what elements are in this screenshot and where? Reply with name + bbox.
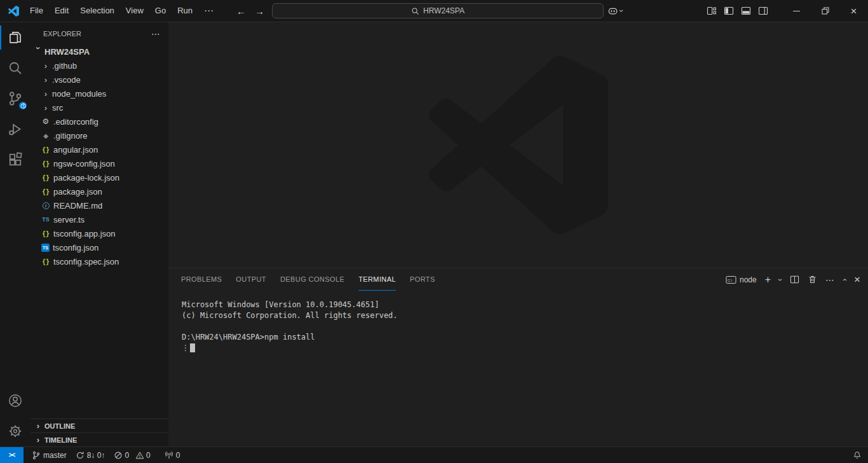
- copilot-button[interactable]: ›: [607, 0, 623, 22]
- tab-problems[interactable]: PROBLEMS: [181, 268, 222, 291]
- terminal-line: D:\HRW24\HRW24SPA>npm install: [182, 332, 868, 343]
- explorer-view-icon[interactable]: [0, 22, 31, 53]
- menu-selection[interactable]: Selection: [74, 0, 119, 22]
- menu-go[interactable]: Go: [149, 0, 172, 22]
- restore-button[interactable]: [811, 0, 839, 22]
- search-value: HRW24SPA: [423, 6, 465, 15]
- search-view-icon[interactable]: [0, 53, 31, 83]
- search-icon: [411, 7, 419, 15]
- diamond-file-icon: ◆: [41, 132, 51, 139]
- problems-item[interactable]: 0 0: [109, 447, 154, 463]
- menu-view[interactable]: View: [120, 0, 149, 22]
- section-label: OUTLINE: [44, 422, 75, 430]
- menu-file[interactable]: File: [24, 0, 49, 22]
- editor-area: [168, 22, 868, 268]
- tree-item-editorconfig[interactable]: ⚙.editorconfig: [31, 114, 168, 128]
- workbench: EXPLORER ⋯ › HRW24SPA ›.github›.vscode›n…: [0, 22, 868, 446]
- tree-item-src[interactable]: ›src: [31, 100, 168, 114]
- terminal-dropdown-icon[interactable]: ›: [776, 279, 785, 281]
- new-terminal-icon[interactable]: +: [765, 275, 771, 284]
- minimize-button[interactable]: [782, 0, 811, 22]
- file-label: .vscode: [52, 75, 81, 85]
- tree-root-folder[interactable]: › HRW24SPA: [31, 45, 168, 59]
- file-label: ngsw-config.json: [53, 159, 115, 169]
- tab-debug-console[interactable]: DEBUG CONSOLE: [280, 268, 344, 291]
- json-file-icon: {}: [41, 146, 51, 153]
- maximize-panel-icon[interactable]: ›: [840, 279, 849, 281]
- go-forward-icon[interactable]: →: [255, 6, 264, 17]
- file-label: package-lock.json: [53, 173, 119, 183]
- file-label: .github: [52, 61, 77, 71]
- run-debug-view-icon[interactable]: [0, 114, 31, 144]
- terminal-cursor: [190, 343, 195, 352]
- json-file-icon: {}: [41, 160, 51, 167]
- tree-item-tsconfig-spec-json[interactable]: {}tsconfig.spec.json: [31, 254, 168, 268]
- editor-stage: PROBLEMSOUTPUTDEBUG CONSOLETERMINALPORTS…: [168, 22, 868, 446]
- tree-item-server-ts[interactable]: TSserver.ts: [31, 212, 168, 226]
- branch-name: master: [43, 451, 67, 460]
- command-center-search[interactable]: HRW24SPA: [272, 3, 604, 18]
- tree-item-tsconfig-app-json[interactable]: {}tsconfig.app.json: [31, 226, 168, 240]
- toggle-panel-icon[interactable]: [741, 6, 751, 16]
- close-window-button[interactable]: ×: [839, 0, 868, 22]
- toggle-primary-sidebar-icon[interactable]: [724, 6, 734, 16]
- notifications-bell-item[interactable]: [848, 451, 868, 460]
- tree-item-node-modules[interactable]: ›node_modules: [31, 86, 168, 100]
- chevron-collapsed-icon: ›: [41, 89, 51, 99]
- settings-gear-icon[interactable]: [0, 416, 31, 446]
- ports-item[interactable]: 0: [160, 447, 185, 463]
- title-bar: FileEditSelectionViewGoRun ⋯ ← → HRW24SP…: [0, 0, 868, 22]
- toggle-secondary-sidebar-icon[interactable]: [758, 6, 768, 16]
- tab-terminal[interactable]: TERMINAL: [358, 268, 396, 291]
- sidebar-header: EXPLORER ⋯: [31, 22, 168, 45]
- customize-layout-icon[interactable]: [707, 6, 717, 16]
- terminal-output[interactable]: Microsoft Windows [Version 10.0.19045.46…: [168, 291, 868, 446]
- file-label: .editorconfig: [53, 117, 98, 127]
- tab-output[interactable]: OUTPUT: [236, 268, 266, 291]
- panel-more-actions-icon[interactable]: ⋯: [825, 275, 835, 285]
- source-control-view-icon[interactable]: [0, 83, 31, 114]
- tree-item-gitignore[interactable]: ◆.gitignore: [31, 128, 168, 142]
- git-sync-item[interactable]: 8↓ 0↑: [71, 447, 110, 463]
- terminal-instance-label: node: [740, 275, 757, 284]
- extensions-view-icon[interactable]: [0, 144, 31, 175]
- menu-run[interactable]: Run: [172, 0, 198, 22]
- warnings-count: 0: [146, 451, 151, 460]
- section-outline[interactable]: ›OUTLINE: [31, 418, 168, 432]
- tree-item-readme-md[interactable]: iREADME.md: [31, 198, 168, 212]
- menu-overflow-icon[interactable]: ⋯: [198, 0, 220, 22]
- remote-indicator[interactable]: ><: [0, 447, 24, 463]
- menu-edit[interactable]: Edit: [49, 0, 74, 22]
- tree-item-github[interactable]: ›.github: [31, 59, 168, 73]
- terminal-line: [182, 321, 868, 332]
- split-terminal-icon[interactable]: [790, 275, 799, 284]
- json-file-icon: {}: [41, 230, 51, 237]
- explorer-more-actions-icon[interactable]: ⋯: [151, 29, 161, 39]
- kill-terminal-icon[interactable]: [808, 275, 817, 284]
- tree-item-angular-json[interactable]: {}angular.json: [31, 142, 168, 156]
- chevron-down-icon: ›: [617, 10, 626, 12]
- go-back-icon[interactable]: ←: [236, 6, 246, 17]
- file-label: angular.json: [53, 145, 98, 155]
- info-circle-glyph: i: [43, 202, 50, 209]
- close-panel-icon[interactable]: ×: [854, 274, 860, 285]
- chevron-expanded-icon: ›: [34, 46, 43, 57]
- git-branch-item[interactable]: master: [27, 447, 71, 463]
- bell-icon: [853, 451, 862, 460]
- terminal-instance-item[interactable]: C:\ node: [726, 275, 757, 284]
- accounts-icon[interactable]: [0, 385, 31, 416]
- tree-item-vscode[interactable]: ›.vscode: [31, 73, 168, 86]
- tree-item-ngsw-config-json[interactable]: {}ngsw-config.json: [31, 156, 168, 170]
- tab-ports[interactable]: PORTS: [410, 268, 435, 291]
- sync-counts: 8↓ 0↑: [87, 451, 105, 460]
- file-tree: › HRW24SPA ›.github›.vscode›node_modules…: [31, 45, 168, 418]
- bottom-panel: PROBLEMSOUTPUTDEBUG CONSOLETERMINALPORTS…: [168, 268, 868, 446]
- file-label: tsconfig.spec.json: [53, 257, 119, 266]
- file-label: node_modules: [52, 89, 106, 99]
- section-timeline[interactable]: ›TIMELINE: [31, 432, 168, 446]
- activity-bar: [0, 22, 31, 446]
- tree-item-tsconfig-json[interactable]: TStsconfig.json: [31, 240, 168, 254]
- tree-item-package-json[interactable]: {}package.json: [31, 184, 168, 198]
- file-label: server.ts: [53, 215, 85, 225]
- tree-item-package-lock-json[interactable]: {}package-lock.json: [31, 170, 168, 184]
